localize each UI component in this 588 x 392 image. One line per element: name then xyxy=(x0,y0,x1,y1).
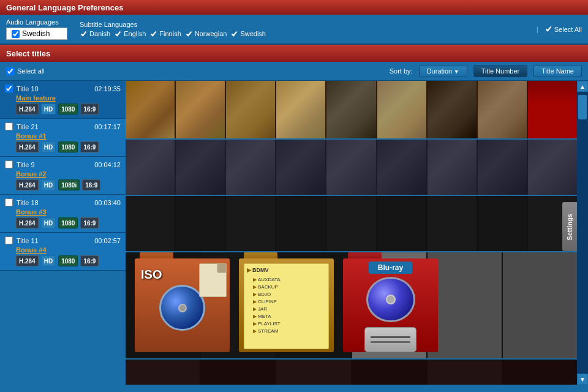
filmstrip-inner xyxy=(126,196,577,251)
film-frame xyxy=(276,360,350,385)
film-frame xyxy=(478,140,527,195)
list-item[interactable]: Title 9 00:04:12 Bonus #2 H.264 HD 1080i… xyxy=(0,157,126,195)
scrollbar: ▲ ▼ xyxy=(577,81,588,385)
res-badge: 1080 xyxy=(58,104,78,115)
subtitle-danish[interactable]: Danish xyxy=(80,30,110,38)
bdmv-clipinf: ▶ CLIPINF xyxy=(247,298,326,306)
scroll-up-button[interactable]: ▲ xyxy=(577,81,588,92)
title-feature-link[interactable]: Bonus #3 xyxy=(5,208,121,216)
bluray-folder-icon[interactable]: Blu-ray xyxy=(343,252,438,352)
scroll-up-icon: ▲ xyxy=(579,83,586,90)
subtitle-group: Subtitle Languages Danish English Finnis… xyxy=(80,21,266,38)
list-item[interactable]: Title 21 00:17:17 Bonus #1 H.264 HD 1080… xyxy=(0,119,126,157)
list-item[interactable]: Title 10 02:19:35 Main feature H.264 HD … xyxy=(0,81,126,119)
title-feature-link[interactable]: Main feature xyxy=(5,94,121,102)
title-duration: 00:02:57 xyxy=(94,237,121,244)
film-frame xyxy=(176,196,225,251)
sort-title-name-button[interactable]: Title Name xyxy=(533,65,582,77)
hd-badge: HD xyxy=(41,217,56,228)
ratio-badge: 16:9 xyxy=(80,104,99,115)
codec-badge: H.264 xyxy=(16,179,39,190)
settings-tab[interactable]: Settings xyxy=(562,202,577,251)
filmstrip-row xyxy=(126,81,577,140)
audio-language-box[interactable]: Swedish xyxy=(6,28,67,40)
title-name: Title 18 xyxy=(17,199,91,206)
filmstrip-inner xyxy=(126,140,577,195)
select-all-checkbox[interactable] xyxy=(6,67,14,75)
separator: | xyxy=(537,26,538,33)
subtitle-norwegian[interactable]: Norwegian xyxy=(185,30,227,38)
select-all-row[interactable]: Select all xyxy=(6,67,45,75)
scroll-thumb[interactable] xyxy=(578,95,587,119)
film-frame xyxy=(326,81,375,138)
bdmv-label: ▶ BDMV xyxy=(247,266,326,275)
film-frame xyxy=(201,360,275,385)
sort-title-number-button[interactable]: Title Number xyxy=(473,65,528,77)
bdmv-backup: ▶ BACKUP xyxy=(247,284,326,291)
title-checkbox[interactable] xyxy=(5,236,13,244)
title-duration: 00:03:40 xyxy=(94,199,121,206)
subtitle-finnish[interactable]: Finnish xyxy=(149,30,181,38)
select-titles-label: Select titles xyxy=(6,49,50,58)
film-frame xyxy=(428,360,502,385)
film-frame xyxy=(478,81,527,138)
bluray-disc xyxy=(366,277,415,322)
scroll-down-button[interactable]: ▼ xyxy=(577,374,588,385)
audio-language: Swedish xyxy=(22,29,50,38)
select-all-header-checkbox[interactable]: Select All xyxy=(545,25,582,33)
filmstrip-container: ISO xyxy=(126,81,588,385)
film-frame xyxy=(226,140,275,195)
filmstrip-inner xyxy=(126,360,577,385)
title-row: Title 18 00:03:40 xyxy=(5,198,121,206)
film-frame xyxy=(276,140,325,195)
film-frame xyxy=(428,252,502,358)
film-frame xyxy=(428,196,477,251)
list-item[interactable]: Title 11 00:02:57 Bonus #4 H.264 HD 1080… xyxy=(0,233,126,271)
titles-list: Title 10 02:19:35 Main feature H.264 HD … xyxy=(0,81,126,385)
film-frame xyxy=(126,360,200,385)
iso-folder-icon[interactable]: ISO xyxy=(135,252,230,352)
title-feature-link[interactable]: Bonus #2 xyxy=(5,170,121,178)
codec-badge: H.264 xyxy=(16,141,39,153)
sort-duration-button[interactable]: Duration xyxy=(419,65,467,77)
list-item[interactable]: Title 18 00:03:40 Bonus #3 H.264 HD 1080… xyxy=(0,195,126,233)
sort-bar: Select all Sort by: Duration Title Numbe… xyxy=(0,62,588,81)
bluray-label-bar: Blu-ray xyxy=(369,262,412,274)
film-frame xyxy=(326,196,375,251)
scroll-track[interactable] xyxy=(577,92,588,374)
title-checkbox[interactable] xyxy=(5,85,13,92)
bdmv-stream: ▶ STREAM xyxy=(247,328,326,335)
subtitle-swedish[interactable]: Swedish xyxy=(230,30,266,38)
film-frame xyxy=(126,140,175,195)
bluray-player-body xyxy=(364,327,417,352)
bdmv-folder-icon[interactable]: ▶ BDMV ▶ AUXDATA ▶ BACKUP ▶ BDJO ▶ CLIPI… xyxy=(239,252,334,352)
film-frame xyxy=(503,360,577,385)
folder-body: ▶ BDMV ▶ AUXDATA ▶ BACKUP ▶ BDJO ▶ CLIPI… xyxy=(239,258,334,352)
codec-badge: H.264 xyxy=(16,104,39,115)
title-checkbox[interactable] xyxy=(5,198,13,206)
filmstrip-row xyxy=(126,196,577,252)
player-detail xyxy=(371,341,410,343)
res-badge: 1080 xyxy=(58,217,78,228)
title-checkbox[interactable] xyxy=(5,123,13,130)
bdmv-bdjo: ▶ BDJO xyxy=(247,291,326,298)
title-feature-link[interactable]: Bonus #1 xyxy=(5,132,121,140)
main-content: Title 10 02:19:35 Main feature H.264 HD … xyxy=(0,81,588,385)
title-row: Title 11 00:02:57 xyxy=(5,236,121,244)
title-badges: H.264 HD 1080 16:9 xyxy=(5,217,121,228)
film-frame xyxy=(276,81,325,138)
settings-label: Settings xyxy=(566,214,573,240)
title-duration: 00:04:12 xyxy=(94,161,121,168)
select-titles-header: Select titles xyxy=(0,45,588,62)
filmstrip-inner xyxy=(126,81,577,138)
film-frame xyxy=(377,196,426,251)
title-feature-link[interactable]: Bonus #4 xyxy=(5,246,121,254)
title-badges: H.264 HD 1080 16:9 xyxy=(5,104,121,115)
film-frame xyxy=(352,360,426,385)
res-badge: 1080i xyxy=(58,179,80,190)
film-frame xyxy=(276,196,325,251)
subtitle-english[interactable]: English xyxy=(114,30,146,38)
codec-badge: H.264 xyxy=(16,255,39,266)
audio-checkbox[interactable] xyxy=(12,30,20,38)
title-checkbox[interactable] xyxy=(5,160,13,168)
